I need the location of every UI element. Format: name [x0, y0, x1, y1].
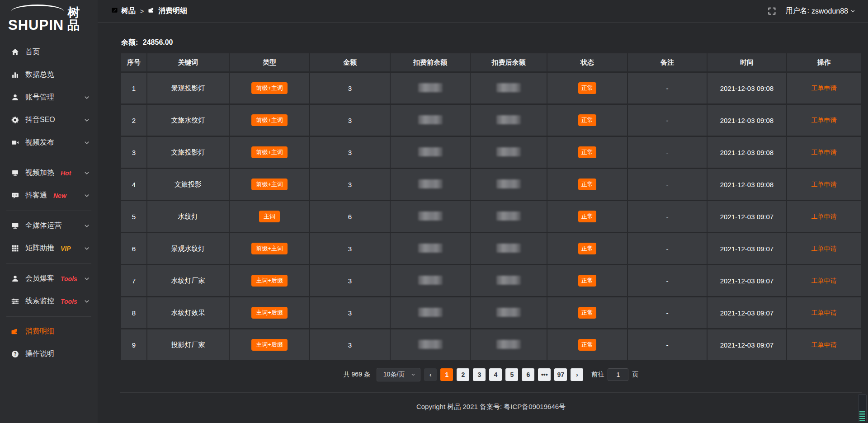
chevron-down-icon: [84, 95, 90, 100]
column-header: 操作: [787, 53, 861, 71]
cell-balance-after: [471, 73, 547, 103]
sidebar-item-6[interactable]: 视频加热Hot: [0, 162, 98, 184]
cell-no: 5: [121, 201, 146, 232]
cell-balance-after: [471, 201, 547, 232]
masked-value: [418, 308, 443, 317]
cell-balance-after: [471, 169, 547, 200]
cell-type: 前缀+主词: [230, 73, 309, 103]
ticket-apply-link[interactable]: 工单申请: [811, 85, 837, 92]
page-button-97[interactable]: 97: [554, 368, 567, 381]
pagination-total: 共 969 条: [344, 371, 370, 379]
page-button-6[interactable]: 6: [522, 368, 534, 381]
sidebar-item-label: 视频发布: [25, 138, 54, 147]
cell-time: 2021-12-03 09:07: [708, 329, 786, 360]
chevron-down-icon: [84, 193, 90, 198]
chevron-down-icon: [84, 246, 90, 251]
masked-value: [496, 147, 521, 156]
cell-type: 主词: [230, 201, 309, 232]
status-badge: 正常: [578, 275, 596, 287]
sidebar-item-1[interactable]: 数据总览: [0, 64, 98, 86]
masked-value: [418, 83, 443, 92]
floating-widget[interactable]: [858, 394, 867, 422]
ticket-apply-link[interactable]: 工单申请: [811, 341, 837, 348]
page-button-3[interactable]: 3: [473, 368, 486, 381]
sidebar-item-2[interactable]: 账号管理: [0, 86, 98, 109]
cell-balance-after: [471, 329, 547, 360]
type-badge: 前缀+主词: [251, 114, 288, 126]
column-header: 类型: [230, 53, 309, 71]
sidebar-item-4[interactable]: 视频发布: [0, 132, 98, 154]
sidebar-item-label: 首页: [25, 47, 40, 57]
cell-note: -: [628, 201, 707, 232]
cell-keyword: 水纹灯效果: [147, 297, 229, 328]
chevron-down-icon: [411, 371, 415, 378]
sidebar-item-0[interactable]: 首页: [0, 41, 98, 64]
sidebar-item-16[interactable]: ?操作说明: [0, 343, 98, 366]
page-button-5[interactable]: 5: [505, 368, 518, 381]
cell-time: 2021-12-03 09:07: [708, 201, 786, 232]
column-header: 备注: [628, 53, 707, 71]
breadcrumb-item-home[interactable]: 树品: [111, 6, 136, 16]
page-button-2[interactable]: 2: [457, 368, 469, 381]
cell-status: 正常: [547, 265, 627, 296]
sidebar-item-3[interactable]: 抖音SEO: [0, 109, 98, 132]
prev-page-button[interactable]: ‹: [424, 368, 437, 381]
cell-amount: 3: [310, 105, 390, 136]
cell-status: 正常: [547, 233, 627, 264]
ticket-apply-link[interactable]: 工单申请: [811, 245, 837, 252]
cell-keyword: 投影灯厂家: [147, 329, 229, 360]
goto-page: 前往 页: [591, 368, 638, 381]
cell-time: 2021-12-03 09:08: [708, 169, 786, 200]
sidebar-item-13[interactable]: 线索监控Tools: [0, 290, 98, 313]
page-size-select[interactable]: 10条/页: [377, 368, 420, 381]
cell-amount: 3: [310, 169, 390, 200]
page-buttons: 123456•••97: [440, 368, 567, 381]
cell-keyword: 文旅投影灯: [147, 137, 229, 168]
type-badge: 主词+后缀: [251, 339, 288, 351]
ticket-apply-link[interactable]: 工单申请: [811, 277, 837, 284]
table-row: 7水纹灯厂家主词+后缀3正常-2021-12-03 09:07工单申请: [121, 265, 861, 296]
copyright-text: Copyright 树品 2021 备案号: 粤ICP备09019646号: [416, 403, 566, 410]
cell-balance-after: [471, 105, 547, 136]
cell-time: 2021-12-03 09:07: [708, 297, 786, 328]
column-header: 状态: [547, 53, 627, 71]
ticket-apply-link[interactable]: 工单申请: [811, 213, 837, 220]
status-badge: 正常: [578, 82, 596, 94]
sidebar-menu: 首页数据总览账号管理抖音SEO视频发布视频加热Hot抖客通New全媒体运营矩阵助…: [0, 38, 98, 423]
cell-balance-after: [471, 233, 547, 264]
app-logo: SHUPIN 树品: [0, 4, 98, 38]
ticket-apply-link[interactable]: 工单申请: [811, 309, 837, 316]
user-menu[interactable]: 用户名: zswodun88: [786, 6, 855, 16]
page-ellipsis-button[interactable]: •••: [538, 368, 551, 381]
masked-value: [496, 308, 521, 317]
next-page-button[interactable]: ›: [571, 368, 583, 381]
sidebar-item-label: 矩阵助推: [25, 244, 54, 253]
topbar: 树品 > 消费明细 用户名: zswodun88: [98, 0, 868, 23]
sidebar: SHUPIN 树品 首页数据总览账号管理抖音SEO视频发布视频加热Hot抖客通N…: [0, 0, 98, 423]
svg-text:?: ?: [14, 352, 16, 357]
ticket-apply-link[interactable]: 工单申请: [811, 149, 837, 156]
sidebar-item-9[interactable]: 全媒体运营: [0, 215, 98, 237]
ticket-apply-link[interactable]: 工单申请: [811, 181, 837, 188]
sidebar-item-badge: VIP: [61, 245, 71, 252]
sidebar-item-7[interactable]: 抖客通New: [0, 184, 98, 207]
masked-value: [418, 340, 443, 349]
breadcrumb-label: 树品: [121, 6, 136, 16]
table-row: 1景观投影灯前缀+主词3正常-2021-12-03 09:08工单申请: [121, 73, 861, 103]
breadcrumb-item-current[interactable]: 消费明细: [148, 6, 187, 16]
masked-value: [418, 212, 443, 221]
goto-page-input[interactable]: [608, 368, 628, 381]
sidebar-item-12[interactable]: 会员爆客Tools: [0, 268, 98, 290]
fullscreen-icon[interactable]: [768, 7, 776, 15]
cell-amount: 6: [310, 201, 390, 232]
cell-note: -: [628, 73, 707, 103]
sidebar-item-badge: Tools: [61, 298, 77, 305]
ticket-apply-link[interactable]: 工单申请: [811, 117, 837, 124]
page-button-4[interactable]: 4: [489, 368, 502, 381]
status-badge: 正常: [578, 211, 596, 222]
sidebar-item-15[interactable]: 消费明细: [0, 320, 98, 343]
page-button-1[interactable]: 1: [440, 368, 453, 381]
sidebar-item-label: 线索监控: [25, 296, 54, 306]
type-badge: 前缀+主词: [251, 179, 288, 190]
sidebar-item-10[interactable]: 矩阵助推VIP: [0, 237, 98, 260]
